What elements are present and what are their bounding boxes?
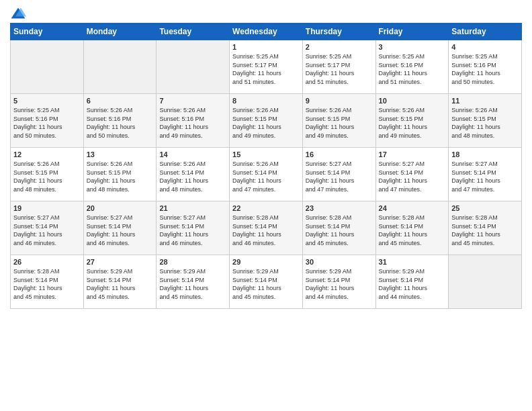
- day-info: Sunrise: 5:29 AM Sunset: 5:14 PM Dayligh…: [159, 267, 226, 301]
- day-info: Sunrise: 5:28 AM Sunset: 5:14 PM Dayligh…: [306, 214, 373, 247]
- day-number: 30: [306, 258, 373, 266]
- calendar-week-5: 26Sunrise: 5:28 AM Sunset: 5:14 PM Dayli…: [11, 255, 522, 309]
- calendar-cell: 29Sunrise: 5:29 AM Sunset: 5:14 PM Dayli…: [230, 255, 303, 309]
- day-info: Sunrise: 5:27 AM Sunset: 5:14 PM Dayligh…: [87, 214, 154, 247]
- day-number: 1: [232, 43, 300, 51]
- day-number: 27: [87, 258, 154, 266]
- weekday-header-thursday: Thursday: [302, 24, 375, 40]
- day-info: Sunrise: 5:29 AM Sunset: 5:14 PM Dayligh…: [87, 267, 154, 301]
- calendar-cell: 1Sunrise: 5:25 AM Sunset: 5:17 PM Daylig…: [230, 40, 303, 94]
- calendar-cell: 10Sunrise: 5:26 AM Sunset: 5:15 PM Dayli…: [375, 94, 449, 148]
- calendar-cell: 4Sunrise: 5:25 AM Sunset: 5:16 PM Daylig…: [449, 40, 522, 94]
- day-info: Sunrise: 5:28 AM Sunset: 5:14 PM Dayligh…: [379, 214, 446, 247]
- day-info: Sunrise: 5:27 AM Sunset: 5:14 PM Dayligh…: [159, 214, 226, 247]
- calendar-cell: 21Sunrise: 5:27 AM Sunset: 5:14 PM Dayli…: [157, 201, 230, 255]
- day-number: 29: [232, 258, 300, 266]
- calendar-cell: 19Sunrise: 5:27 AM Sunset: 5:14 PM Dayli…: [11, 201, 84, 255]
- day-info: Sunrise: 5:26 AM Sunset: 5:16 PM Dayligh…: [87, 106, 154, 140]
- calendar-cell: [449, 255, 522, 309]
- day-info: Sunrise: 5:28 AM Sunset: 5:14 PM Dayligh…: [451, 214, 519, 247]
- day-info: Sunrise: 5:25 AM Sunset: 5:16 PM Dayligh…: [451, 52, 519, 86]
- calendar-cell: 14Sunrise: 5:26 AM Sunset: 5:14 PM Dayli…: [157, 148, 230, 201]
- calendar-cell: 15Sunrise: 5:26 AM Sunset: 5:14 PM Dayli…: [230, 148, 303, 201]
- day-info: Sunrise: 5:26 AM Sunset: 5:15 PM Dayligh…: [379, 106, 446, 140]
- weekday-header-wednesday: Wednesday: [230, 24, 303, 40]
- calendar-cell: [157, 40, 230, 94]
- weekday-header-row: SundayMondayTuesdayWednesdayThursdayFrid…: [11, 24, 522, 40]
- calendar-cell: 12Sunrise: 5:26 AM Sunset: 5:15 PM Dayli…: [11, 148, 84, 201]
- day-info: Sunrise: 5:27 AM Sunset: 5:14 PM Dayligh…: [451, 160, 519, 193]
- day-number: 28: [159, 258, 226, 266]
- day-info: Sunrise: 5:27 AM Sunset: 5:14 PM Dayligh…: [13, 214, 81, 247]
- day-number: 5: [13, 97, 81, 105]
- calendar-cell: 16Sunrise: 5:27 AM Sunset: 5:14 PM Dayli…: [302, 148, 375, 201]
- day-number: 25: [451, 204, 519, 212]
- day-number: 7: [159, 97, 226, 105]
- day-info: Sunrise: 5:26 AM Sunset: 5:14 PM Dayligh…: [159, 160, 226, 193]
- day-info: Sunrise: 5:26 AM Sunset: 5:15 PM Dayligh…: [306, 106, 373, 140]
- calendar-cell: 9Sunrise: 5:26 AM Sunset: 5:15 PM Daylig…: [302, 94, 375, 148]
- day-info: Sunrise: 5:26 AM Sunset: 5:16 PM Dayligh…: [159, 106, 226, 140]
- day-number: 16: [306, 150, 373, 158]
- calendar-cell: 22Sunrise: 5:28 AM Sunset: 5:14 PM Dayli…: [230, 201, 303, 255]
- calendar-cell: 23Sunrise: 5:28 AM Sunset: 5:14 PM Dayli…: [302, 201, 375, 255]
- day-number: 10: [379, 97, 446, 105]
- weekday-header-tuesday: Tuesday: [157, 24, 230, 40]
- weekday-header-sunday: Sunday: [11, 24, 84, 40]
- calendar-week-3: 12Sunrise: 5:26 AM Sunset: 5:15 PM Dayli…: [11, 148, 522, 201]
- calendar-week-2: 5Sunrise: 5:25 AM Sunset: 5:16 PM Daylig…: [11, 94, 522, 148]
- calendar-cell: 25Sunrise: 5:28 AM Sunset: 5:14 PM Dayli…: [449, 201, 522, 255]
- day-number: 18: [451, 150, 519, 158]
- day-number: 8: [232, 97, 300, 105]
- day-number: 31: [379, 258, 446, 266]
- day-info: Sunrise: 5:25 AM Sunset: 5:16 PM Dayligh…: [13, 106, 81, 140]
- day-number: 23: [306, 204, 373, 212]
- calendar-cell: 13Sunrise: 5:26 AM Sunset: 5:15 PM Dayli…: [83, 148, 157, 201]
- day-info: Sunrise: 5:29 AM Sunset: 5:14 PM Dayligh…: [379, 267, 446, 301]
- day-info: Sunrise: 5:25 AM Sunset: 5:17 PM Dayligh…: [232, 52, 300, 86]
- calendar-cell: 17Sunrise: 5:27 AM Sunset: 5:14 PM Dayli…: [375, 148, 449, 201]
- calendar-cell: 28Sunrise: 5:29 AM Sunset: 5:14 PM Dayli…: [157, 255, 230, 309]
- calendar-table: SundayMondayTuesdayWednesdayThursdayFrid…: [10, 23, 522, 309]
- calendar-cell: 24Sunrise: 5:28 AM Sunset: 5:14 PM Dayli…: [375, 201, 449, 255]
- calendar-cell: 18Sunrise: 5:27 AM Sunset: 5:14 PM Dayli…: [449, 148, 522, 201]
- day-number: 11: [451, 97, 519, 105]
- calendar-cell: 8Sunrise: 5:26 AM Sunset: 5:15 PM Daylig…: [230, 94, 303, 148]
- day-number: 2: [306, 43, 373, 51]
- day-number: 12: [13, 150, 81, 158]
- day-number: 21: [159, 204, 226, 212]
- logo-icon: [10, 7, 26, 20]
- calendar-cell: 27Sunrise: 5:29 AM Sunset: 5:14 PM Dayli…: [83, 255, 157, 309]
- calendar-cell: 2Sunrise: 5:25 AM Sunset: 5:17 PM Daylig…: [302, 40, 375, 94]
- day-number: 6: [87, 97, 154, 105]
- calendar-cell: 11Sunrise: 5:26 AM Sunset: 5:15 PM Dayli…: [449, 94, 522, 148]
- page-container: SundayMondayTuesdayWednesdayThursdayFrid…: [0, 0, 532, 316]
- day-number: 9: [306, 97, 373, 105]
- day-number: 15: [232, 150, 300, 158]
- day-number: 3: [379, 43, 446, 51]
- day-info: Sunrise: 5:26 AM Sunset: 5:14 PM Dayligh…: [232, 160, 300, 193]
- day-info: Sunrise: 5:29 AM Sunset: 5:14 PM Dayligh…: [232, 267, 300, 301]
- calendar-week-1: 1Sunrise: 5:25 AM Sunset: 5:17 PM Daylig…: [11, 40, 522, 94]
- day-number: 4: [451, 43, 519, 51]
- day-number: 19: [13, 204, 81, 212]
- calendar-cell: 20Sunrise: 5:27 AM Sunset: 5:14 PM Dayli…: [83, 201, 157, 255]
- logo: [10, 7, 29, 20]
- day-info: Sunrise: 5:27 AM Sunset: 5:14 PM Dayligh…: [379, 160, 446, 193]
- day-info: Sunrise: 5:29 AM Sunset: 5:14 PM Dayligh…: [306, 267, 373, 301]
- day-number: 14: [159, 150, 226, 158]
- day-number: 24: [379, 204, 446, 212]
- day-info: Sunrise: 5:25 AM Sunset: 5:16 PM Dayligh…: [379, 52, 446, 86]
- weekday-header-monday: Monday: [83, 24, 157, 40]
- weekday-header-saturday: Saturday: [449, 24, 522, 40]
- calendar-cell: 3Sunrise: 5:25 AM Sunset: 5:16 PM Daylig…: [375, 40, 449, 94]
- header: [10, 7, 522, 20]
- calendar-cell: [11, 40, 84, 94]
- day-info: Sunrise: 5:26 AM Sunset: 5:15 PM Dayligh…: [451, 106, 519, 140]
- day-number: 20: [87, 204, 154, 212]
- day-number: 22: [232, 204, 300, 212]
- day-info: Sunrise: 5:27 AM Sunset: 5:14 PM Dayligh…: [306, 160, 373, 193]
- calendar-cell: 31Sunrise: 5:29 AM Sunset: 5:14 PM Dayli…: [375, 255, 449, 309]
- day-info: Sunrise: 5:26 AM Sunset: 5:15 PM Dayligh…: [13, 160, 81, 193]
- day-info: Sunrise: 5:28 AM Sunset: 5:14 PM Dayligh…: [232, 214, 300, 247]
